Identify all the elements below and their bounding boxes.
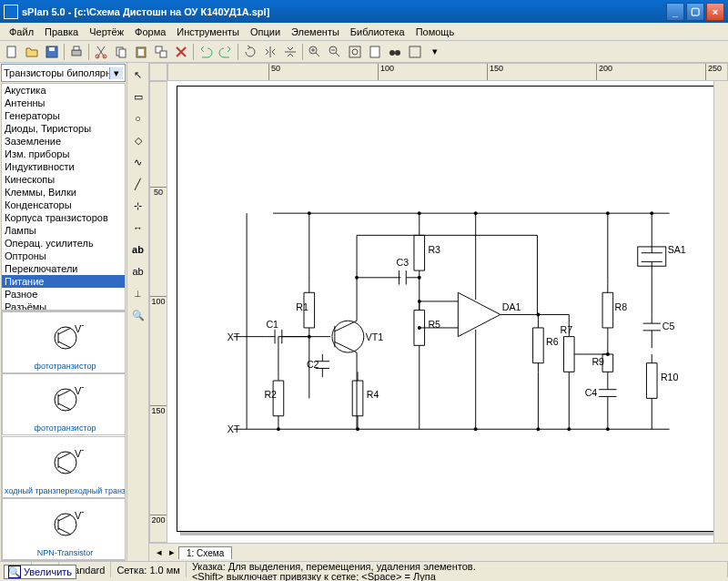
menu-help[interactable]: Помощь [410, 25, 460, 39]
category-item[interactable]: Разъёмы [2, 301, 125, 311]
menu-edit[interactable]: Правка [39, 25, 84, 39]
chevron-down-icon[interactable]: ▾ [109, 67, 123, 79]
svg-text:R1: R1 [296, 301, 308, 312]
svg-point-40 [332, 321, 364, 352]
svg-point-72 [356, 427, 359, 431]
zoom-fit-button[interactable] [345, 42, 365, 62]
open-button[interactable] [22, 42, 42, 62]
category-item[interactable]: Операц. усилитель [2, 237, 125, 250]
category-item[interactable]: Переключатели [2, 262, 125, 275]
category-item[interactable]: Корпуса транзисторов [2, 211, 125, 224]
category-item[interactable]: Диоды, Тиристоры [2, 122, 125, 135]
schematic: XT C1 R1 VT1 C3 [167, 81, 713, 531]
category-list[interactable]: АкустикаАнтенныГенераторыДиоды, Тиристор… [1, 83, 126, 311]
svg-point-16 [352, 49, 358, 55]
zoom-out-button[interactable] [325, 42, 345, 62]
cut-button[interactable] [91, 42, 111, 62]
line-tool[interactable]: ╱ [128, 174, 148, 194]
status-grid: Сетка: 1.0 мм [111, 562, 187, 577]
svg-text:C2: C2 [307, 359, 319, 370]
category-item[interactable]: Оптроны [2, 250, 125, 262]
menu-form[interactable]: Форма [129, 25, 171, 39]
bezier-tool[interactable]: ∿ [128, 152, 148, 172]
ruler-horizontal: 50 100 150 200 250 [167, 63, 728, 81]
text-tool[interactable]: ab [128, 261, 148, 281]
menu-draw[interactable]: Чертёж [84, 25, 129, 39]
polygon-tool[interactable]: ◇ [128, 130, 148, 150]
category-combo-text: Транзисторы биполярные [4, 67, 109, 78]
mirror-h-button[interactable] [260, 42, 280, 62]
rect-tool[interactable]: ▭ [128, 87, 148, 107]
copy-button[interactable] [111, 42, 131, 62]
category-item[interactable]: Генераторы [2, 109, 125, 122]
svg-point-68 [567, 427, 571, 431]
ruler-corner [149, 63, 167, 81]
rotate-button[interactable] [240, 42, 260, 62]
category-item[interactable]: Питание [2, 275, 125, 288]
svg-point-74 [308, 211, 311, 215]
circle-tool[interactable]: ○ [128, 108, 148, 128]
paste-button[interactable] [131, 42, 151, 62]
dimension-tool[interactable]: ↔ [128, 218, 148, 238]
component-grid[interactable]: VT0фототранзисторVT0фототранзисторVT0фот… [1, 311, 126, 561]
svg-text:VT0: VT0 [75, 385, 84, 396]
zoom-in-button[interactable] [305, 42, 325, 62]
delete-button[interactable] [171, 42, 191, 62]
binoculars-icon[interactable] [385, 42, 405, 62]
zoom-link[interactable]: 🔍 Увеличить [4, 565, 76, 579]
category-item[interactable]: Клеммы, Вилки [2, 186, 125, 199]
component-cell[interactable]: VT0ходный транзпереходный транз [2, 436, 126, 498]
component-cell[interactable]: VT0фототранзистор [2, 373, 126, 435]
category-item[interactable]: Кинескопы [2, 173, 125, 186]
mirror-v-button[interactable] [280, 42, 300, 62]
component-cell[interactable]: VT0NPN-Transistor [2, 498, 126, 560]
svg-text:R9: R9 [592, 356, 604, 367]
menu-elements[interactable]: Элементы [286, 25, 345, 39]
category-item[interactable]: Заземление [2, 135, 125, 148]
svg-text:R8: R8 [615, 301, 628, 312]
svg-rect-15 [349, 46, 360, 57]
zoom-page-button[interactable] [365, 42, 385, 62]
component-cell[interactable]: VT0фототранзистор [2, 311, 126, 373]
category-item[interactable]: Лампы [2, 224, 125, 237]
node-tool[interactable]: ⊹ [128, 196, 148, 216]
menu-options[interactable]: Опции [245, 25, 286, 39]
components-button[interactable] [405, 42, 425, 62]
category-item[interactable]: Конденсаторы [2, 199, 125, 211]
menu-library[interactable]: Библиотека [345, 25, 410, 39]
svg-point-70 [606, 427, 610, 431]
svg-text:R6: R6 [546, 336, 559, 347]
svg-rect-2 [49, 47, 55, 51]
measure-tool[interactable]: ⟂ [128, 283, 148, 303]
duplicate-button[interactable] [151, 42, 171, 62]
redo-button[interactable] [216, 42, 236, 62]
maximize-button[interactable]: ▢ [686, 3, 704, 21]
print-button[interactable] [66, 42, 86, 62]
category-item[interactable]: Изм. приборы [2, 148, 125, 160]
text-bold-tool[interactable]: ab [128, 240, 148, 260]
save-button[interactable] [42, 42, 62, 62]
undo-button[interactable] [196, 42, 216, 62]
category-combo[interactable]: Транзисторы биполярные ▾ [1, 64, 126, 82]
pointer-tool[interactable]: ↖ [128, 65, 148, 85]
category-item[interactable]: Разное [2, 288, 125, 301]
menu-tools[interactable]: Инструменты [171, 25, 245, 39]
close-button[interactable]: × [706, 3, 724, 21]
dropdown-button[interactable]: ▾ [425, 42, 445, 62]
new-button[interactable] [2, 42, 22, 62]
drawing-canvas[interactable]: XT C1 R1 VT1 C3 [167, 81, 713, 543]
tab-prev[interactable]: ◂ [153, 546, 166, 558]
svg-text:VT0: VT0 [75, 510, 84, 521]
minimize-button[interactable]: _ [666, 3, 684, 21]
category-item[interactable]: Антенны [2, 97, 125, 109]
sheet-tab-1[interactable]: 1: Схема [178, 546, 232, 559]
category-item[interactable]: Акустика [2, 84, 125, 97]
svg-text:XT: XT [228, 423, 240, 434]
tab-next[interactable]: ▸ [166, 546, 178, 558]
vertical-scrollbar[interactable] [713, 81, 728, 543]
category-item[interactable]: Индуктивности [2, 160, 125, 173]
svg-text:R4: R4 [367, 389, 379, 400]
svg-rect-3 [72, 50, 81, 56]
menu-file[interactable]: Файл [4, 25, 39, 39]
zoom-tool[interactable]: 🔍 [128, 305, 148, 325]
